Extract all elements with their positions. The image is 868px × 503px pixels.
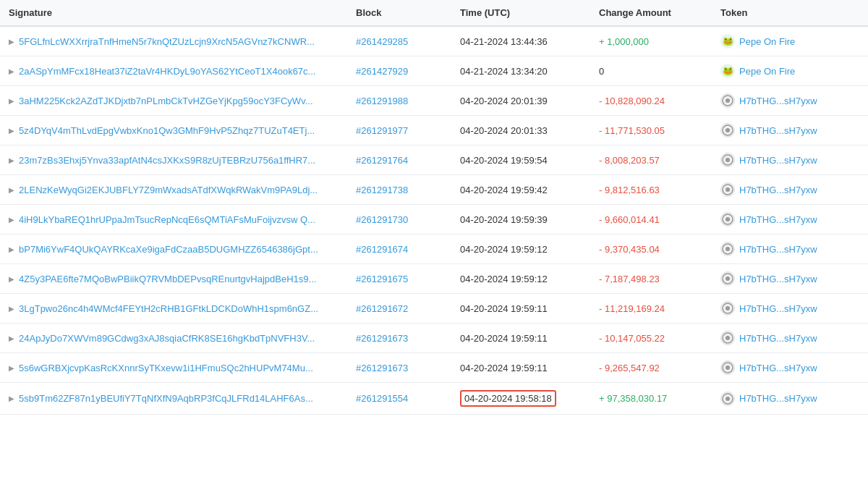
row-arrow-icon: ▶ [9,216,14,224]
signature-link[interactable]: 5sb9Tm62ZF87n1yBEUfiY7TqNfXfN9AqbRP3fCqJ… [19,393,313,404]
signature-link[interactable]: 2LENzKeWyqGi2EKJUBFLY7Z9mWxadsATdfXWqkRW… [19,185,318,195]
token-icon: 🐸 [720,64,735,78]
token-link[interactable]: H7bTHG...sH7yxw [739,303,817,314]
time-cell: 04-20-2024 20:01:33 [451,116,590,145]
change-amount: - 7,187,498.23 [599,274,660,284]
block-link[interactable]: #261427929 [356,66,408,77]
time-cell: 04-21-2024 13:44:36 [451,26,590,56]
table-row: ▶ 5s6wGRBXjcvpKasRcKXnnrSyTKxevw1i1HFmuS… [0,353,868,383]
block-cell: #261291977 [347,116,451,145]
table-row: ▶ 4Z5y3PAE6fte7MQoBwPBiikQ7RVMbDEPvsqREn… [0,264,868,294]
token-link[interactable]: H7bTHG...sH7yxw [739,125,817,136]
header-time: Time (UTC) [451,0,590,26]
block-link[interactable]: #261291977 [356,125,408,136]
row-arrow-icon: ▶ [9,245,14,253]
signature-link[interactable]: 23m7zBs3Ehxj5Ynva33apfAtN4csJXKxS9R8zUjT… [19,155,315,166]
token-link[interactable]: H7bTHG...sH7yxw [739,214,817,225]
change-cell: - 9,812,516.63 [590,175,712,205]
row-arrow-icon: ▶ [9,67,14,75]
token-icon [720,392,735,406]
row-arrow-icon: ▶ [9,186,14,194]
block-link[interactable]: #261291672 [356,303,408,314]
token-icon [720,242,735,256]
signature-link[interactable]: 4Z5y3PAE6fte7MQoBwPBiikQ7RVMbDEPvsqREnur… [19,274,316,284]
svg-point-15 [726,306,730,310]
block-link[interactable]: #261291673 [356,333,408,344]
token-link[interactable]: H7bTHG...sH7yxw [739,274,817,284]
time-cell: 04-20-2024 19:59:11 [451,324,590,353]
token-icon [720,331,735,345]
header-change: Change Amount [590,0,712,26]
table-row: ▶ 2LENzKeWyqGi2EKJUBFLY7Z9mWxadsATdfXWqk… [0,175,868,205]
block-link[interactable]: #261291738 [356,185,408,195]
svg-point-9 [726,217,730,221]
token-link[interactable]: H7bTHG...sH7yxw [739,155,817,166]
token-link[interactable]: H7bTHG...sH7yxw [739,333,817,344]
block-link[interactable]: #261291554 [356,393,408,404]
svg-point-17 [726,336,730,340]
time-cell: 04-20-2024 20:01:39 [451,86,590,116]
signature-link[interactable]: 24ApJyDo7XWVm89GCdwg3xAJ8sqiaCfRK8SE16hg… [19,333,315,344]
row-arrow-icon: ▶ [9,156,14,164]
change-cell: - 9,370,435.04 [590,234,712,264]
token-link[interactable]: Pepe On Fire [739,36,795,47]
table-header-row: Signature Block Time (UTC) Change Amount… [0,0,868,26]
block-link[interactable]: #261291730 [356,214,408,225]
signature-cell: ▶ 2aASpYmMFcx18Heat37iZ2taVr4HKDyL9oYAS6… [0,56,347,86]
change-amount: - 9,265,547.92 [599,363,660,373]
token-link[interactable]: H7bTHG...sH7yxw [739,244,817,255]
token-link[interactable]: H7bTHG...sH7yxw [739,363,817,373]
token-icon: 🐸 [720,34,735,48]
block-link[interactable]: #261291764 [356,155,408,166]
change-cell: - 10,147,055.22 [590,324,712,353]
signature-cell: ▶ 3LgTpwo26nc4h4WMcf4FEYtH2cRHB1GFtkLDCK… [0,294,347,324]
token-link[interactable]: H7bTHG...sH7yxw [739,96,817,106]
table-row: ▶ 3LgTpwo26nc4h4WMcf4FEYtH2cRHB1GFtkLDCK… [0,294,868,324]
token-link[interactable]: H7bTHG...sH7yxw [739,185,817,195]
change-amount: - 10,828,090.24 [599,96,665,106]
change-amount: + 1,000,000 [599,36,649,47]
token-cell: H7bTHG...sH7yxw [712,294,868,324]
row-arrow-icon: ▶ [9,305,14,313]
token-cell: H7bTHG...sH7yxw [712,234,868,264]
signature-link[interactable]: 4iH9LkYbaREQ1hrUPpaJmTsucRepNcqE6sQMTiAF… [19,214,315,225]
token-cell: 🐸 Pepe On Fire [712,26,868,56]
block-link[interactable]: #261291674 [356,244,408,255]
time-cell: 04-20-2024 19:59:39 [451,205,590,234]
signature-link[interactable]: 2aASpYmMFcx18Heat37iZ2taVr4HKDyL9oYAS62Y… [19,66,315,77]
block-link[interactable]: #261429285 [356,36,408,47]
block-link[interactable]: #261291673 [356,363,408,373]
signature-link[interactable]: bP7Mi6YwF4QUkQAYRKcaXe9igaFdCzaaB5DUGMHZ… [19,244,318,255]
row-arrow-icon: ▶ [9,38,14,46]
signature-link[interactable]: 5FGLfnLcWXXrrjraTnfHmeN5r7knQtZUzLcjn9Xr… [19,36,315,47]
svg-point-19 [726,365,730,370]
block-link[interactable]: #261291988 [356,96,408,106]
block-link[interactable]: #261291675 [356,274,408,284]
time-cell: 04-20-2024 19:59:54 [451,145,590,175]
header-token: Token [712,0,868,26]
signature-link[interactable]: 5s6wGRBXjcvpKasRcKXnnrSyTKxevw1i1HFmuSQc… [19,363,313,373]
transactions-table: Signature Block Time (UTC) Change Amount… [0,0,868,415]
svg-point-7 [726,187,730,192]
token-link[interactable]: Pepe On Fire [739,66,795,77]
token-icon [720,360,735,375]
change-amount: - 11,219,169.24 [599,303,665,314]
block-cell: #261291673 [347,324,451,353]
table-row: ▶ 5sb9Tm62ZF87n1yBEUfiY7TqNfXfN9AqbRP3fC… [0,383,868,415]
token-icon [720,123,735,138]
token-link[interactable]: H7bTHG...sH7yxw [739,393,817,404]
signature-link[interactable]: 3LgTpwo26nc4h4WMcf4FEYtH2cRHB1GFtkLDCKDo… [19,303,318,314]
signature-link[interactable]: 3aHM225Kck2AZdTJKDjxtb7nPLmbCkTvHZGeYjKp… [19,96,313,106]
change-amount: 0 [599,66,604,77]
block-cell: #261291764 [347,145,451,175]
svg-point-5 [726,158,730,162]
signature-cell: ▶ 5sb9Tm62ZF87n1yBEUfiY7TqNfXfN9AqbRP3fC… [0,383,347,415]
time-cell: 04-21-2024 13:34:20 [451,56,590,86]
svg-point-13 [726,276,730,281]
token-icon [720,182,735,197]
signature-link[interactable]: 5z4DYqV4mThLvdEpgVwbxKno1Qw3GMhF9HvP5Zhq… [19,125,315,136]
block-cell: #261291730 [347,205,451,234]
block-cell: #261291554 [347,383,451,415]
token-cell: H7bTHG...sH7yxw [712,175,868,205]
row-arrow-icon: ▶ [9,97,14,105]
